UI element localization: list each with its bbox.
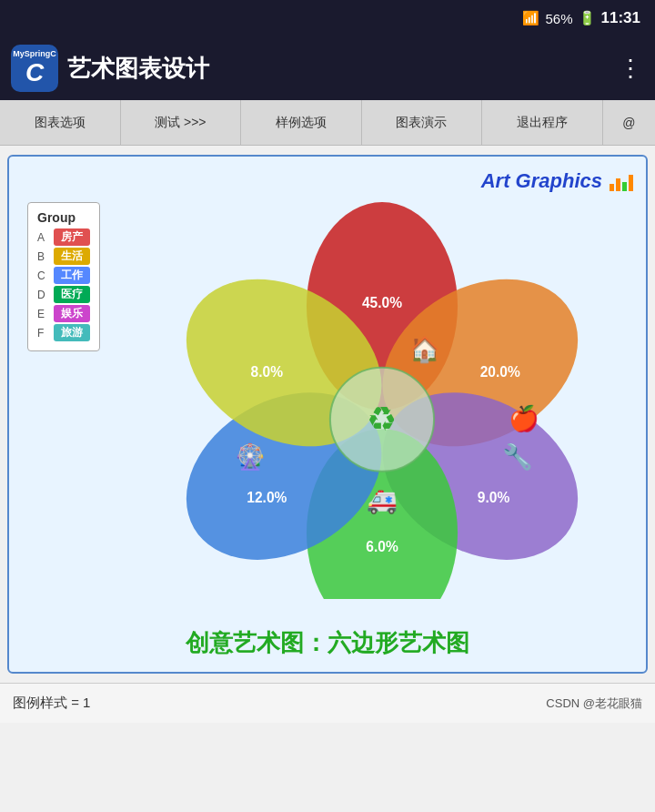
svg-text:♻: ♻ [368,400,398,438]
svg-text:6.0%: 6.0% [366,539,398,554]
app-header-left: MySpringC C 艺术图表设计 [11,45,209,92]
app-title: 艺术图表设计 [67,53,209,85]
chart-subtitle: 创意艺术图：六边形艺术图 [9,627,646,659]
svg-text:🍎: 🍎 [509,403,539,433]
footer: 图例样式 = 1 CSDN @老花眼猫 [0,683,655,723]
svg-text:🔧: 🔧 [502,442,533,472]
flower-chart-svg: ♻ 45.0% 20.0% 9.0% 6.0% 12.0% 8.0% 🏠 🍎 🔧… [136,202,628,599]
svg-text:12.0%: 12.0% [247,490,287,505]
petal-chart-container: ♻ 45.0% 20.0% 9.0% 6.0% 12.0% 8.0% 🏠 🍎 🔧… [136,202,628,599]
svg-text:45.0%: 45.0% [362,295,402,310]
chart-legend: Group A 房产 B 生活 C 工作 D 医疗 E 娱乐 F 旅游 [27,202,100,351]
legend-title: Group [37,210,90,225]
logo-char: C [25,58,44,87]
status-icons: 📶 56% 🔋 11:31 [522,9,640,27]
nav-item-test[interactable]: 测试 >>> [121,100,242,145]
svg-text:🎡: 🎡 [235,442,266,472]
nav-item-demo[interactable]: 图表演示 [362,100,483,145]
footer-legend-style: 图例样式 = 1 [13,695,90,712]
app-header: MySpringC C 艺术图表设计 ⋮ [0,36,655,100]
logo-top-text: MySpringC [13,49,56,58]
battery-icon: 🔋 [579,10,596,26]
svg-text:9.0%: 9.0% [478,490,510,505]
main-chart-area: Art Graphics Group A 房产 B 生活 C 工作 D 医疗 E… [7,155,648,674]
nav-bar: 图表选项 测试 >>> 样例选项 图表演示 退出程序 @ [0,100,655,146]
chart-title: Art Graphics [481,169,633,193]
nav-item-samples[interactable]: 样例选项 [241,100,362,145]
bar-chart-icon [610,171,633,191]
legend-item-f: F 旅游 [37,324,90,341]
svg-text:🏠: 🏠 [409,334,440,364]
svg-text:🚑: 🚑 [367,485,398,515]
nav-item-charts[interactable]: 图表选项 [0,100,121,145]
legend-item-b: B 生活 [37,248,90,265]
time-display: 11:31 [601,9,640,27]
legend-item-a: A 房产 [37,228,90,246]
menu-button[interactable]: ⋮ [619,55,644,83]
battery-text: 56% [545,11,572,26]
status-bar: 📶 56% 🔋 11:31 [0,0,655,36]
svg-text:8.0%: 8.0% [251,364,284,380]
legend-item-c: C 工作 [37,267,90,284]
svg-text:20.0%: 20.0% [480,364,520,380]
legend-item-d: D 医疗 [37,286,90,303]
wifi-icon: 📶 [522,10,539,26]
footer-copyright: CSDN @老花眼猫 [546,695,642,712]
nav-item-exit[interactable]: 退出程序 [482,100,603,145]
legend-item-e: E 娱乐 [37,305,90,322]
nav-item-at[interactable]: @ [603,100,655,145]
app-logo: MySpringC C [11,45,58,92]
